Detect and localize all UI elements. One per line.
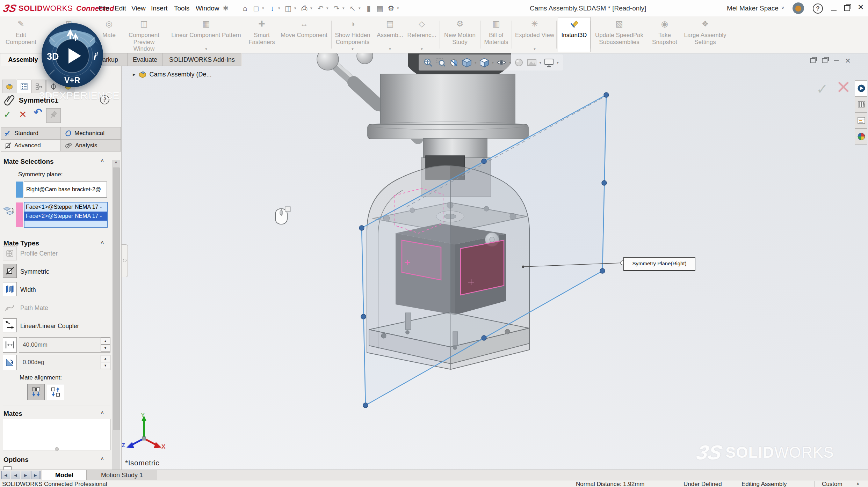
- status-configuration[interactable]: Custom: [822, 481, 842, 487]
- menu-view[interactable]: View: [128, 0, 149, 16]
- save-icon[interactable]: ◫: [283, 4, 294, 13]
- distance-field[interactable]: 40.00mm: [19, 337, 110, 353]
- dropdown-arrow-icon[interactable]: ▾: [278, 6, 282, 10]
- tab-advanced-mates[interactable]: Advanced: [1, 139, 61, 152]
- graphics-viewport[interactable]: [122, 53, 868, 470]
- collapse-icon[interactable]: ˄: [101, 410, 104, 416]
- open-icon[interactable]: ↓: [267, 4, 277, 13]
- prev-tab-button[interactable]: ◀: [11, 471, 20, 479]
- cancel-button[interactable]: ✕: [19, 109, 27, 120]
- dropdown-arrow-icon[interactable]: ▾: [205, 47, 207, 51]
- 3dexperience-compass[interactable]: 3D ii V+R: [39, 20, 106, 90]
- symmetry-plane-field[interactable]: Right@Cam base bracket-2@: [24, 182, 107, 198]
- workspace-selector[interactable]: Mel Maker Space: [727, 0, 779, 16]
- dropdown-arrow-icon[interactable]: ▾: [534, 47, 536, 51]
- exploded-view-button[interactable]: ✳Exploded View▾: [513, 17, 556, 52]
- pin-menu-icon[interactable]: ✱: [219, 0, 232, 16]
- tab-design-library[interactable]: [855, 96, 867, 112]
- tab-property-manager[interactable]: [17, 80, 31, 93]
- tab-custom-properties[interactable]: [855, 112, 867, 128]
- update-speedpak-button[interactable]: ▧Update SpeedPak Subassemblies: [592, 17, 646, 52]
- print-icon[interactable]: ⎙: [299, 4, 310, 13]
- path-mate-icon[interactable]: [3, 301, 17, 315]
- scrollbar-thumb[interactable]: [113, 168, 120, 430]
- tab-appearances[interactable]: [855, 128, 867, 145]
- user-avatar[interactable]: [793, 2, 804, 14]
- tile-window-icon[interactable]: [810, 58, 816, 63]
- new-document-icon[interactable]: ◻: [251, 4, 261, 13]
- display-style-icon[interactable]: [479, 57, 490, 68]
- dropdown-arrow-icon[interactable]: ▾: [557, 60, 559, 65]
- smart-fasteners-button[interactable]: ✚Smart Fasteners: [247, 17, 277, 52]
- tab-standard-mates[interactable]: Standard: [1, 127, 61, 139]
- width-mate-icon[interactable]: [3, 282, 17, 296]
- tab-evaluate[interactable]: Evaluate: [127, 53, 163, 66]
- collapse-icon[interactable]: ˄: [101, 239, 104, 246]
- component-preview-window-button[interactable]: ◫Component Preview Window: [122, 17, 166, 52]
- confirm-cancel-icon[interactable]: ✕: [836, 77, 851, 98]
- menu-window[interactable]: Window: [192, 0, 223, 16]
- aligned-button[interactable]: [27, 384, 45, 400]
- spin-up-icon[interactable]: ▲: [101, 355, 110, 362]
- dropdown-arrow-icon[interactable]: ▾: [294, 6, 298, 10]
- menu-file[interactable]: File: [95, 0, 113, 16]
- angle-field[interactable]: 0.00deg: [19, 355, 110, 370]
- show-hidden-components-button[interactable]: ◑Show Hidden Components▾: [333, 17, 372, 52]
- tab-analysis[interactable]: Analysis: [61, 139, 121, 152]
- first-tab-button[interactable]: ◀: [1, 471, 10, 479]
- dropdown-arrow-icon[interactable]: ▾: [359, 6, 363, 10]
- dropdown-arrow-icon[interactable]: ▾: [310, 6, 314, 10]
- confirm-ok-icon[interactable]: ✓: [816, 81, 828, 97]
- restore-window-icon[interactable]: [822, 58, 827, 63]
- mate-entities-list[interactable]: Face<1>@Stepper NEMA 17 - Face<2>@Steppe…: [24, 202, 108, 228]
- view-orientation-icon[interactable]: [462, 57, 472, 68]
- mate-type-profile-center[interactable]: Profile Center: [20, 250, 58, 257]
- distance-stepper[interactable]: ▲ ▼: [101, 338, 110, 352]
- profile-center-icon[interactable]: [3, 246, 17, 260]
- tab-feature-manager[interactable]: [2, 80, 16, 93]
- linear-component-pattern-button[interactable]: ▦Linear Component Pattern▾: [167, 17, 245, 52]
- dropdown-arrow-icon[interactable]: ▾: [262, 6, 266, 10]
- new-motion-study-button[interactable]: ⚙New Motion Study: [441, 17, 479, 52]
- dropdown-arrow-icon[interactable]: ▾: [389, 47, 391, 51]
- collapse-icon[interactable]: ˄: [101, 158, 104, 164]
- spin-up-icon[interactable]: ▲: [101, 338, 110, 345]
- compass-3d-label[interactable]: 3D: [47, 51, 59, 62]
- symmetric-mate-icon[interactable]: [3, 264, 17, 278]
- options-header[interactable]: Options: [3, 456, 29, 464]
- reference-geometry-button[interactable]: ◇Referenc...▾: [405, 17, 438, 52]
- mate-type-path[interactable]: Path Mate: [20, 304, 48, 312]
- settings-gear-icon[interactable]: ⚙: [386, 4, 396, 13]
- redo-icon[interactable]: ↷: [331, 4, 342, 13]
- resize-handle[interactable]: [55, 447, 59, 451]
- compass-vr-label[interactable]: V+R: [64, 76, 80, 85]
- expand-tree-icon[interactable]: ▸: [133, 71, 136, 78]
- menu-tools[interactable]: Tools: [171, 0, 193, 16]
- options-list-icon[interactable]: ▤: [375, 4, 385, 13]
- close-window-icon[interactable]: ✕: [845, 57, 851, 65]
- menu-edit[interactable]: Edit: [111, 0, 130, 16]
- mates-list-box[interactable]: [3, 419, 110, 450]
- mate-types-header[interactable]: Mate Types: [3, 239, 39, 247]
- spin-down-icon[interactable]: ▼: [101, 345, 110, 352]
- tab-mechanical-mates[interactable]: Mechanical: [61, 127, 121, 139]
- next-tab-button[interactable]: ▶: [21, 471, 30, 479]
- touch-toggle-icon[interactable]: ▮: [363, 4, 374, 13]
- help-icon[interactable]: ?: [813, 3, 823, 14]
- select-cursor-icon[interactable]: ↖: [347, 4, 358, 13]
- instant3d-button[interactable]: Instant3D: [558, 17, 591, 52]
- bill-of-materials-button[interactable]: ▥Bill of Materials: [482, 17, 511, 52]
- restore-app-icon[interactable]: [844, 5, 850, 11]
- menu-insert[interactable]: Insert: [147, 0, 171, 16]
- config-caret-icon[interactable]: ▴: [857, 481, 859, 486]
- spin-down-icon[interactable]: ▼: [101, 362, 110, 369]
- workspace-dropdown-icon[interactable]: ˅: [781, 0, 784, 16]
- scroll-up-icon[interactable]: ˄: [112, 160, 120, 167]
- undo-icon[interactable]: ↶: [315, 4, 326, 13]
- tab-model[interactable]: Model: [42, 470, 87, 480]
- undo-button[interactable]: ↶: [34, 106, 42, 118]
- dropdown-arrow-icon[interactable]: ▾: [342, 6, 347, 10]
- move-component-button[interactable]: ↔Move Component: [278, 17, 330, 52]
- dropdown-arrow-icon[interactable]: ▾: [540, 60, 542, 65]
- close-app-icon[interactable]: ✕: [858, 3, 864, 12]
